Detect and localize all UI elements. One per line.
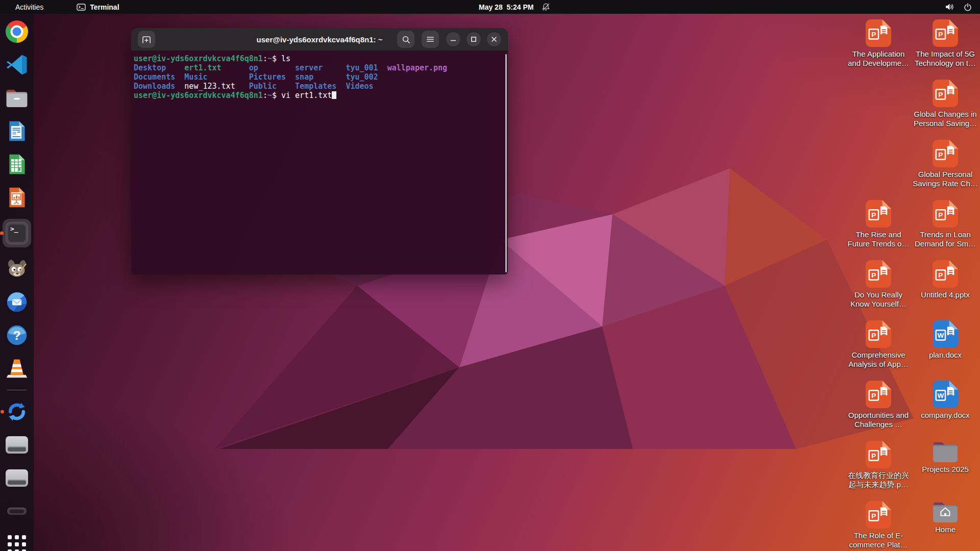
svg-text:W: W bbox=[938, 332, 944, 339]
chrome-icon bbox=[6, 20, 28, 43]
desktop-icon-pptx[interactable]: PThe Role of E-commerce Plat… bbox=[845, 501, 912, 549]
svg-text:W: W bbox=[938, 392, 944, 399]
notifications-muted-icon bbox=[542, 3, 550, 11]
desktop-icon-label: The Impact of 5G Technology on t… bbox=[912, 49, 978, 68]
drive-icon bbox=[6, 469, 28, 487]
terminal-scrollbar[interactable] bbox=[505, 54, 507, 272]
pptx-file-icon: P bbox=[933, 19, 958, 47]
dock-item-libreoffice-writer[interactable] bbox=[5, 119, 29, 143]
terminal-titlebar[interactable]: user@iv-yds6oxrdvkcva4f6q8n1: ~ bbox=[131, 28, 508, 51]
desktop-icon-label: company.docx bbox=[921, 411, 970, 420]
pptx-file-icon: P bbox=[866, 200, 891, 228]
svg-text:P: P bbox=[871, 332, 876, 339]
desktop-icon-pptx[interactable]: PComprehensive Analysis of App… bbox=[845, 320, 912, 369]
desktop-icon-pptx[interactable]: PUntitled 4.pptx bbox=[912, 260, 978, 299]
desktop-icon-pptx[interactable]: PThe Impact of 5G Technology on t… bbox=[912, 19, 978, 68]
pptx-file-icon: P bbox=[933, 260, 958, 288]
focused-app-menu[interactable]: Terminal bbox=[77, 3, 119, 11]
desktop-icon-pptx[interactable]: PGlobal Personal Savings Rate Ch… bbox=[912, 140, 978, 188]
help-icon: ? bbox=[6, 324, 28, 346]
desktop-icon-docx[interactable]: Wplan.docx bbox=[912, 320, 978, 360]
desktop-icon-label: 在线教育行业的兴起与未来趋势.p… bbox=[845, 471, 912, 489]
desktop-icon-pptx[interactable]: PDo You Really Know Yourself… bbox=[845, 260, 912, 309]
dock-item-drive-small[interactable] bbox=[5, 499, 29, 523]
svg-text:P: P bbox=[871, 211, 876, 219]
home-folder-icon bbox=[932, 501, 959, 522]
software-updater-icon bbox=[6, 400, 28, 423]
desktop-icon-pptx[interactable]: PThe Application and Developme… bbox=[845, 19, 912, 68]
dock-item-help[interactable]: ? bbox=[5, 323, 29, 347]
dock-item-vscode[interactable] bbox=[5, 53, 29, 77]
desktop-icon-label: Trends in Loan Demand for Sm… bbox=[912, 230, 978, 248]
terminal-line: Documents Music Pictures snap tyu_002 bbox=[134, 72, 503, 82]
desktop-icon-label: Projects 2025 bbox=[922, 465, 969, 474]
dock-item-vlc[interactable] bbox=[5, 357, 29, 380]
dock-item-show-apps[interactable] bbox=[5, 533, 29, 551]
system-status-area[interactable] bbox=[945, 0, 976, 14]
docx-file-icon: W bbox=[933, 381, 958, 408]
minimize-button[interactable] bbox=[446, 32, 460, 46]
desktop-icon-label: Home bbox=[935, 525, 955, 534]
thunderbird-icon bbox=[6, 291, 28, 313]
svg-text:P: P bbox=[938, 31, 943, 38]
desktop-icon-pptx[interactable]: PThe Rise and Future Trends o… bbox=[845, 200, 912, 248]
pptx-file-icon: P bbox=[866, 441, 891, 468]
new-tab-button[interactable] bbox=[138, 31, 155, 48]
folder-icon bbox=[932, 441, 959, 462]
pptx-file-icon: P bbox=[866, 381, 891, 408]
search-button[interactable] bbox=[397, 31, 414, 48]
svg-text:P: P bbox=[871, 512, 876, 520]
desktop-icon-folder-home[interactable]: Home bbox=[912, 501, 978, 534]
svg-text:P: P bbox=[938, 271, 943, 279]
pptx-file-icon: P bbox=[933, 140, 958, 167]
terminal-icon: >_ bbox=[6, 222, 28, 244]
dock-item-libreoffice-calc[interactable] bbox=[5, 153, 29, 176]
dock-item-libreoffice-impress[interactable] bbox=[5, 186, 29, 209]
clock-menu[interactable]: May 28 5:24 PM bbox=[479, 0, 550, 14]
desktop-icon-label: plan.docx bbox=[929, 350, 962, 360]
dock-item-terminal[interactable]: >_ bbox=[3, 219, 31, 247]
desktop-icon-label: Untitled 4.pptx bbox=[921, 290, 970, 299]
close-button[interactable] bbox=[487, 32, 501, 46]
dock-item-chrome[interactable] bbox=[5, 20, 29, 43]
maximize-button[interactable] bbox=[467, 32, 481, 46]
clock-label: May 28 5:24 PM bbox=[479, 3, 533, 11]
terminal-app-icon bbox=[77, 4, 86, 11]
desktop-icon-pptx[interactable]: POpportunities and Challenges … bbox=[845, 381, 912, 429]
drive-icon bbox=[6, 436, 28, 454]
desktop-icon-pptx[interactable]: PGlobal Changes in Personal Saving… bbox=[912, 80, 978, 128]
desktop-icon-pptx[interactable]: P在线教育行业的兴起与未来趋势.p… bbox=[845, 441, 912, 489]
dock-item-software-updater[interactable] bbox=[5, 400, 29, 423]
svg-text:P: P bbox=[871, 392, 876, 399]
volume-icon bbox=[945, 3, 954, 11]
drive-small-icon bbox=[7, 508, 27, 515]
dock-item-drive-1[interactable] bbox=[5, 433, 29, 457]
desktop-icon-docx[interactable]: Wcompany.docx bbox=[912, 381, 978, 420]
desktop-icon-label: The Rise and Future Trends o… bbox=[845, 230, 912, 248]
top-bar: Activities Terminal May 28 5:24 PM bbox=[0, 0, 980, 14]
dock-item-drive-2[interactable] bbox=[5, 466, 29, 490]
dock: >_? bbox=[0, 14, 34, 551]
terminal-line: user@iv-yds6oxrdvkcva4f6q8n1:~$ ls bbox=[134, 54, 503, 63]
dock-item-thunderbird[interactable] bbox=[5, 290, 29, 314]
dock-item-files[interactable] bbox=[5, 86, 29, 110]
dock-item-gimp[interactable] bbox=[5, 257, 29, 281]
pptx-file-icon: P bbox=[866, 320, 891, 348]
desktop-icon-folder[interactable]: Projects 2025 bbox=[912, 441, 978, 474]
terminal-output[interactable]: user@iv-yds6oxrdvkcva4f6q8n1:~$ lsDeskto… bbox=[131, 51, 508, 274]
pptx-file-icon: P bbox=[933, 80, 958, 107]
pptx-file-icon: P bbox=[933, 200, 958, 228]
svg-text:P: P bbox=[871, 452, 876, 460]
activities-button[interactable]: Activities bbox=[10, 3, 48, 11]
terminal-cursor bbox=[332, 91, 336, 99]
desktop-icon-label: The Role of E-commerce Plat… bbox=[845, 531, 912, 549]
svg-text:?: ? bbox=[13, 329, 20, 342]
desktop-icon-pptx[interactable]: PTrends in Loan Demand for Sm… bbox=[912, 200, 978, 248]
svg-text:P: P bbox=[938, 211, 943, 219]
terminal-window: user@iv-yds6oxrdvkcva4f6q8n1: ~ user@iv-… bbox=[131, 28, 508, 274]
desktop-icon-label: Comprehensive Analysis of App… bbox=[845, 350, 912, 369]
dock-separator bbox=[7, 390, 27, 390]
terminal-line: Desktop ert1.txt op server tyu_001 wallp… bbox=[134, 63, 503, 72]
hamburger-menu-button[interactable] bbox=[422, 31, 439, 48]
document-page-icon bbox=[6, 120, 28, 142]
